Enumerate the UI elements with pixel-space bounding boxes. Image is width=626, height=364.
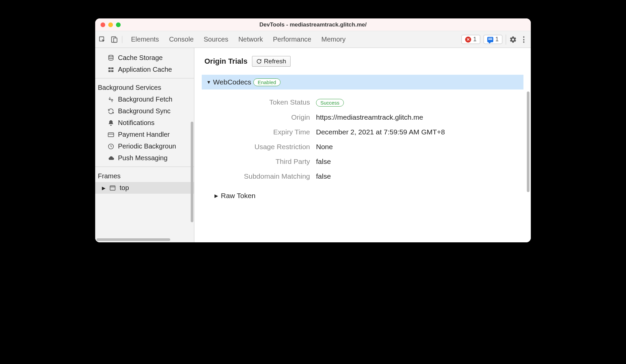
- sidebar-label: Push Messaging: [118, 154, 168, 162]
- tab-console[interactable]: Console: [169, 36, 193, 43]
- panel-tabs: Elements Console Sources Network Perform…: [126, 36, 346, 43]
- trial-name: WebCodecs: [213, 78, 251, 86]
- frame-label: top: [120, 184, 129, 192]
- svg-point-3: [109, 55, 113, 57]
- success-badge: Success: [316, 99, 344, 107]
- cloud-icon: [107, 155, 115, 162]
- card-icon: [107, 131, 115, 138]
- bell-icon: [107, 119, 115, 127]
- issue-icon: [487, 37, 493, 42]
- sidebar-item-notifications[interactable]: Notifications: [95, 117, 194, 129]
- frame-icon: [109, 184, 116, 192]
- value-subdomain-matching: false: [316, 172, 521, 180]
- raw-token-row[interactable]: ▶ Raw Token: [204, 192, 521, 200]
- separator: [506, 35, 506, 45]
- sidebar-item-payment-handler[interactable]: Payment Handler: [95, 129, 194, 140]
- label-expiry-time: Expiry Time: [214, 128, 310, 136]
- database-icon: [107, 54, 115, 62]
- sidebar-label: Background Sync: [118, 107, 171, 115]
- sidebar-item-background-fetch[interactable]: Background Fetch: [95, 94, 194, 105]
- svg-rect-2: [114, 38, 117, 42]
- grid-icon: [107, 66, 115, 73]
- tab-sources[interactable]: Sources: [204, 36, 228, 43]
- clock-icon: [107, 143, 115, 150]
- refresh-button[interactable]: Refresh: [252, 56, 291, 67]
- maximize-window-button[interactable]: [116, 22, 121, 27]
- svg-rect-5: [111, 67, 114, 69]
- sidebar-label: Notifications: [118, 119, 154, 127]
- main-scrollbar-vertical[interactable]: [527, 92, 529, 192]
- raw-token-label: Raw Token: [221, 192, 256, 200]
- origin-trials-heading: Origin Trials: [204, 57, 247, 66]
- close-window-button[interactable]: [101, 22, 105, 27]
- error-count: 1: [473, 36, 477, 43]
- label-token-status: Token Status: [214, 98, 310, 107]
- sidebar-scrollbar-vertical[interactable]: [191, 122, 193, 222]
- svg-rect-11: [110, 186, 115, 190]
- traffic-lights: [101, 22, 121, 27]
- devtools-window: DevTools - mediastreamtrack.glitch.me/ E…: [95, 18, 531, 242]
- tab-network[interactable]: Network: [238, 36, 263, 43]
- tab-performance[interactable]: Performance: [273, 36, 312, 43]
- frame-item-top[interactable]: ▶ top: [95, 182, 194, 194]
- window-title: DevTools - mediastreamtrack.glitch.me/: [259, 21, 367, 28]
- toolbar: Elements Console Sources Network Perform…: [95, 31, 531, 48]
- frames-heading: Frames: [95, 170, 194, 182]
- sync-icon: [107, 108, 115, 115]
- sidebar-label: Payment Handler: [118, 131, 170, 138]
- value-usage-restriction: None: [316, 143, 521, 151]
- value-origin: https://mediastreamtrack.glitch.me: [316, 113, 521, 121]
- value-expiry-time: December 2, 2021 at 7:59:59 AM GMT+8: [316, 128, 521, 136]
- enabled-badge: Enabled: [253, 78, 280, 86]
- titlebar: DevTools - mediastreamtrack.glitch.me/: [95, 18, 531, 31]
- application-sidebar: Cache Storage Application Cache Backgrou…: [95, 48, 194, 242]
- issue-count: 1: [495, 36, 499, 43]
- fetch-icon: [107, 96, 115, 103]
- inspect-element-icon[interactable]: [99, 36, 106, 43]
- tab-elements[interactable]: Elements: [131, 36, 159, 43]
- sidebar-item-cache-storage[interactable]: Cache Storage: [95, 52, 194, 64]
- value-third-party: false: [316, 158, 521, 166]
- more-icon[interactable]: ⋮: [520, 36, 527, 43]
- label-subdomain-matching: Subdomain Matching: [214, 172, 310, 180]
- sidebar-item-periodic-bg-sync[interactable]: Periodic Backgroun: [95, 140, 194, 152]
- main-panel: Origin Trials Refresh ▼ WebCodecs Enable…: [194, 48, 531, 242]
- refresh-label: Refresh: [264, 58, 286, 65]
- sidebar-label: Application Cache: [118, 66, 172, 73]
- label-usage-restriction: Usage Restriction: [214, 143, 310, 151]
- chevron-right-icon: ▶: [102, 185, 106, 191]
- label-third-party: Third Party: [214, 158, 310, 166]
- bg-services-heading: Background Services: [95, 82, 194, 94]
- issue-counter[interactable]: 1: [484, 35, 502, 44]
- sidebar-item-push-messaging[interactable]: Push Messaging: [95, 152, 194, 164]
- minimize-window-button[interactable]: [108, 22, 113, 27]
- label-origin: Origin: [214, 113, 310, 121]
- sidebar-label: Background Fetch: [118, 96, 172, 103]
- sidebar-label: Periodic Backgroun: [118, 142, 176, 150]
- svg-rect-7: [111, 70, 114, 72]
- device-toolbar-icon[interactable]: [111, 36, 118, 43]
- svg-rect-4: [109, 67, 111, 69]
- sidebar-scrollbar-horizontal[interactable]: [97, 238, 170, 241]
- sidebar-label: Cache Storage: [118, 54, 163, 62]
- tab-memory[interactable]: Memory: [321, 36, 346, 43]
- trial-row-webcodecs[interactable]: ▼ WebCodecs Enabled: [202, 75, 523, 89]
- sidebar-item-background-sync[interactable]: Background Sync: [95, 105, 194, 117]
- chevron-down-icon: ▼: [206, 79, 211, 85]
- error-counter[interactable]: ✕ 1: [461, 35, 480, 44]
- trial-details-grid: Token Status Success Origin https://medi…: [204, 89, 521, 189]
- svg-rect-8: [108, 133, 114, 137]
- error-icon: ✕: [465, 37, 471, 43]
- settings-icon[interactable]: [509, 36, 517, 43]
- chevron-right-icon: ▶: [214, 193, 218, 198]
- svg-rect-6: [109, 70, 111, 72]
- sidebar-item-application-cache[interactable]: Application Cache: [95, 64, 194, 75]
